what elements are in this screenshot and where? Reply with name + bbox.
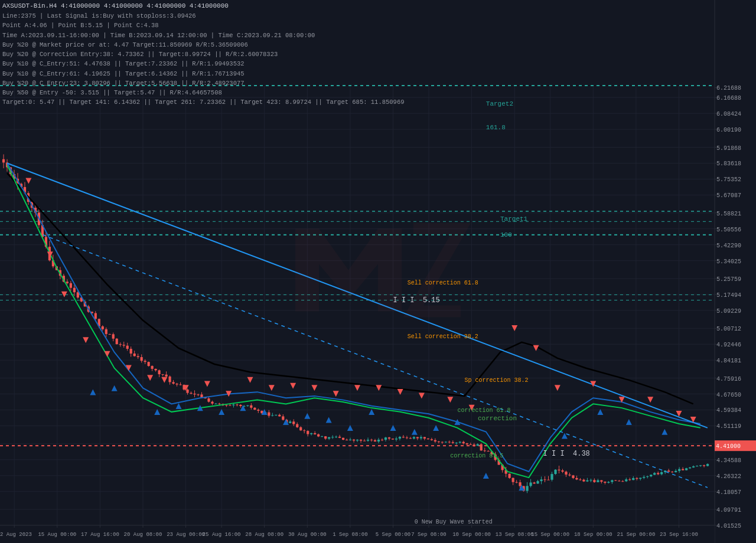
chart-canvas: [0, 0, 756, 543]
chart-container: AXSUSDT-Bin.H4 4:41000000 4:41000000 4:4…: [0, 0, 756, 543]
